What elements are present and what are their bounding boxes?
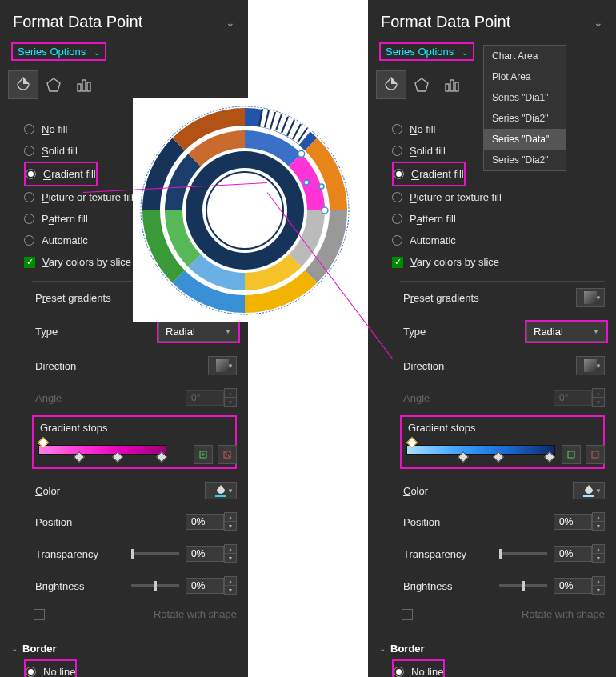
type-value: Radial	[534, 326, 563, 338]
chart-preview	[133, 98, 357, 322]
gradient-stops-label: Gradient stops	[38, 420, 230, 439]
angle-row: Angle 0°▲▼	[368, 382, 616, 414]
effects-category-icon[interactable]	[406, 70, 437, 99]
fill-category-icon[interactable]	[8, 70, 38, 99]
svg-line-7	[225, 452, 230, 457]
brightness-slider[interactable]	[499, 584, 547, 587]
effects-category-icon[interactable]	[38, 70, 69, 99]
svg-rect-14	[592, 451, 598, 458]
color-picker-button[interactable]: ▼	[205, 482, 237, 499]
brightness-slider[interactable]	[131, 584, 179, 587]
brightness-spinner[interactable]: 0%▲▼	[186, 576, 237, 595]
series-category-icon[interactable]	[69, 70, 99, 99]
angle-row: Angle 0°▲▼	[0, 382, 248, 414]
svg-marker-9	[415, 78, 428, 91]
menu-item[interactable]: Series "Dia1"	[484, 87, 566, 108]
gradient-stops-label: Gradient stops	[406, 420, 598, 439]
svg-rect-2	[82, 80, 86, 91]
no-line-radio[interactable]: No line	[26, 661, 75, 677]
remove-stop-button[interactable]	[218, 445, 237, 464]
type-value: Radial	[166, 326, 195, 338]
brightness-spinner[interactable]: 0%▲▼	[554, 576, 605, 595]
position-spinner[interactable]: 0%▲▼	[554, 512, 605, 531]
gradient-fill-radio[interactable]: Gradient fill	[26, 163, 96, 185]
add-stop-button[interactable]	[562, 445, 581, 464]
svg-rect-3	[87, 82, 90, 91]
pane-title: Format Data Point ⌄	[0, 0, 248, 42]
svg-marker-0	[47, 78, 60, 91]
menu-item[interactable]: Series "Dia2"	[484, 108, 566, 129]
collapse-icon[interactable]: ⌄	[226, 16, 235, 29]
pattern-fill-radio[interactable]: Pattern fill	[392, 208, 605, 230]
series-options-button[interactable]: Series Options ⌄	[379, 42, 474, 61]
color-row: Color ▼	[368, 475, 616, 506]
type-dropdown[interactable]: Radial▼	[526, 322, 606, 342]
series-options-label: Series Options	[18, 46, 86, 58]
menu-item[interactable]: Series "Dia2"	[484, 150, 566, 170]
direction-row: Direction ▼	[368, 350, 616, 382]
series-options-menu[interactable]: Chart Area Plot Area Series "Dia1" Serie…	[483, 45, 566, 171]
svg-rect-10	[446, 84, 449, 91]
transparency-row: Transparency 0%▲▼	[0, 538, 248, 570]
preset-gradients-row: Preset gradients ▼	[368, 282, 616, 314]
series-category-icon[interactable]	[437, 70, 467, 99]
transparency-slider[interactable]	[131, 552, 179, 555]
pane-title-text: Format Data Point	[381, 13, 510, 31]
preset-gradients-dropdown[interactable]: ▼	[576, 288, 605, 307]
menu-item-selected[interactable]: Series "Data"	[484, 129, 566, 150]
gradient-stops-slider[interactable]	[38, 439, 166, 461]
position-row: Position 0%▲▼	[0, 506, 248, 538]
rotate-with-shape-row: ✓Rotate with shape	[368, 602, 616, 627]
vary-colors-check[interactable]: ✓Vary colors by slice	[392, 251, 605, 273]
svg-text:+: +	[201, 451, 205, 459]
svg-rect-8	[215, 495, 226, 497]
no-line-radio[interactable]: No line	[394, 661, 443, 677]
series-options-button[interactable]: Series Options ⌄	[11, 42, 106, 61]
position-row: Position 0%▲▼	[368, 506, 616, 538]
angle-spinner: 0°▲▼	[554, 388, 605, 407]
position-spinner[interactable]: 0%▲▼	[186, 512, 237, 531]
border-header[interactable]: ⌄Border	[0, 627, 248, 659]
transparency-row: Transparency 0%▲▼	[368, 538, 616, 570]
chevron-down-icon: ⌄	[94, 48, 100, 57]
transparency-spinner[interactable]: 0%▲▼	[554, 544, 605, 563]
menu-item[interactable]: Chart Area	[484, 46, 566, 66]
color-row: Color ▼	[0, 475, 248, 506]
direction-dropdown[interactable]: ▼	[208, 356, 237, 375]
menu-item[interactable]: Plot Area	[484, 66, 566, 87]
transparency-spinner[interactable]: 0%▲▼	[186, 544, 237, 563]
brightness-row: Brightness 0%▲▼	[0, 570, 248, 602]
border-header[interactable]: ⌄Border	[368, 627, 616, 659]
brightness-row: Brightness 0%▲▼	[368, 570, 616, 602]
transparency-slider[interactable]	[499, 552, 547, 555]
color-picker-button[interactable]: ▼	[573, 482, 605, 499]
svg-rect-11	[450, 80, 454, 91]
fill-category-icon[interactable]	[376, 70, 406, 99]
automatic-fill-radio[interactable]: Automatic	[392, 230, 605, 251]
svg-rect-15	[583, 495, 594, 497]
svg-point-29	[298, 150, 305, 157]
svg-point-32	[319, 184, 324, 189]
svg-rect-12	[455, 82, 458, 91]
type-dropdown[interactable]: Radial▼	[158, 322, 238, 342]
pane-title-text: Format Data Point	[13, 13, 142, 31]
svg-rect-13	[568, 451, 574, 458]
series-options-label: Series Options	[386, 46, 454, 58]
direction-dropdown[interactable]: ▼	[576, 356, 605, 375]
collapse-icon[interactable]: ⌄	[594, 16, 603, 29]
angle-spinner: 0°▲▼	[186, 388, 237, 407]
pane-title: Format Data Point ⌄	[368, 0, 616, 42]
rotate-with-shape-row: ✓Rotate with shape	[0, 602, 248, 627]
svg-rect-1	[78, 84, 81, 91]
remove-stop-button[interactable]	[586, 445, 605, 464]
svg-point-30	[322, 207, 328, 214]
gradient-stops-slider[interactable]	[406, 439, 555, 461]
picture-fill-radio[interactable]: Picture or texture fill	[392, 186, 605, 208]
chevron-down-icon: ⌄	[462, 48, 468, 57]
direction-row: Direction ▼	[0, 350, 248, 382]
add-stop-button[interactable]: +	[194, 445, 213, 464]
gradient-fill-radio[interactable]: Gradient fill	[394, 163, 464, 185]
svg-point-31	[304, 180, 309, 185]
